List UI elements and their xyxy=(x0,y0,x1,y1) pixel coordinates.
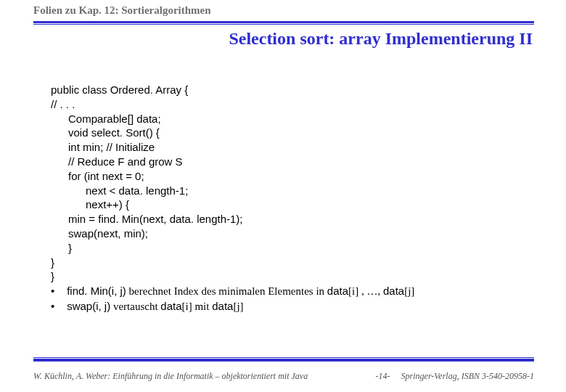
text: data xyxy=(327,285,348,297)
code-line: min = find. Min(next, data. length-1); xyxy=(68,212,530,226)
text: [j] xyxy=(233,301,243,312)
code-line: next++) { xyxy=(86,197,530,212)
code-line: // Reduce F and grow S xyxy=(68,155,530,169)
code-line: } xyxy=(51,256,530,270)
text: vertauscht xyxy=(110,301,160,312)
text: berechnet Index des minimalen Elementes … xyxy=(126,285,327,297)
code-line: } xyxy=(68,241,530,256)
footer-left: W. Küchlin, A. Weber: Einführung in die … xyxy=(33,371,308,382)
footer-right: -14- Springer-Verlag, ISBN 3-540-20958-1 xyxy=(376,371,534,382)
bullet-line: • swap(i, j) vertauscht data[i] mit data… xyxy=(51,299,530,314)
code-line: // . . . xyxy=(51,97,530,112)
text: find. Min(i, j) xyxy=(67,285,126,297)
page-number: -14- xyxy=(376,371,390,381)
bullet-icon: • xyxy=(51,299,64,314)
bullet-line: • find. Min(i, j) berechnet Index des mi… xyxy=(51,284,530,299)
code-line: for (int next = 0; xyxy=(68,169,530,184)
text: data xyxy=(212,300,233,312)
header-rule xyxy=(33,21,534,25)
bullet-icon: • xyxy=(51,284,64,298)
text: [j] xyxy=(404,285,414,297)
footer-publisher: Springer-Verlag, ISBN 3-540-20958-1 xyxy=(401,371,534,381)
slide: Folien zu Kap. 12: Sortieralgorithmen Se… xyxy=(0,0,566,392)
code-line: next < data. length-1; xyxy=(86,184,530,198)
chapter-header: Folien zu Kap. 12: Sortieralgorithmen xyxy=(33,4,211,17)
code-line: swap(next, min); xyxy=(68,226,530,241)
code-line: int min; // Initialize xyxy=(68,140,530,155)
code-line: } xyxy=(51,269,530,284)
code-line: Comparable[] data; xyxy=(68,112,530,126)
code-line: void select. Sort() { xyxy=(68,126,530,140)
slide-title: Selection sort: array Implementierung II xyxy=(229,29,533,49)
body-content: public class Ordered. Array { // . . . C… xyxy=(51,83,530,314)
text: data xyxy=(160,300,181,312)
text: swap(i, j) xyxy=(67,300,110,312)
footer-rule xyxy=(33,357,534,362)
text: [i] , …, xyxy=(348,285,383,297)
text: [i] mit xyxy=(182,301,213,312)
code-line: public class Ordered. Array { xyxy=(51,83,530,97)
text: data xyxy=(383,285,404,297)
footer: W. Küchlin, A. Weber: Einführung in die … xyxy=(33,371,534,382)
